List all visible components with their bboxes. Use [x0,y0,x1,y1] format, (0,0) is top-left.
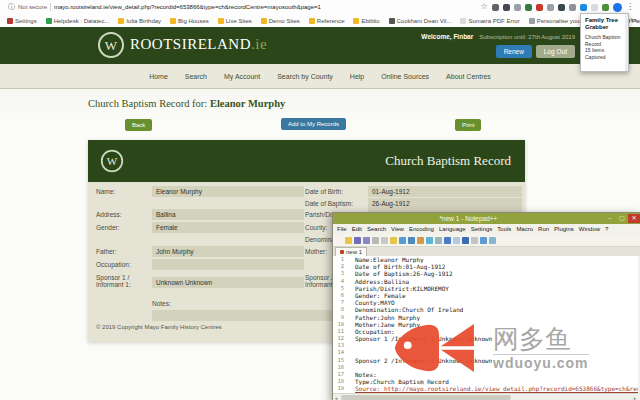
line-text: Date of Birth:01-Aug-1912 [355,263,445,270]
toolbar-icon[interactable] [471,237,478,244]
nav-item[interactable]: About Centres [446,73,491,80]
toolbar-icon[interactable] [381,237,388,244]
bookmark-icon [353,18,359,24]
toolbar-icon[interactable] [399,237,406,244]
address-field[interactable]: ⓘ Not secure mayo.rootsireland.ie/view_d… [8,2,481,12]
minimize-button[interactable]: – [604,214,616,223]
extension-icon[interactable] [569,4,576,11]
line-text: Source: http://mayo.rootsireland.ie/view… [355,385,638,392]
toolbar-icon[interactable] [363,237,370,244]
bookmark-item[interactable]: Ebiblio [353,18,379,24]
line-number: 2 [333,263,348,270]
record-card-header: W Church Baptism Record [88,140,525,182]
welcome-text: Welcome, Finbar [421,33,473,40]
toolbar-icon[interactable] [417,237,424,244]
rootsireland-logo[interactable]: W [97,31,125,59]
maximize-button[interactable]: ▢ [616,214,628,223]
toolbar-icon[interactable] [390,237,397,244]
browser-menu-icon[interactable]: ⋮ [626,3,634,11]
toolbar-icon[interactable] [435,237,442,244]
toolbar-icon[interactable] [453,237,460,244]
field-label-notes: Notes: [152,300,171,307]
menu-item[interactable]: Plugins [554,226,574,232]
extension-icon[interactable] [503,4,510,11]
svg-text:W: W [105,38,118,53]
line-text: Address:Ballina [355,278,409,285]
menu-item[interactable]: Macro [516,226,533,232]
toolbar-icon[interactable] [336,237,343,244]
back-button[interactable]: Back [125,119,152,131]
extension-icon[interactable] [536,4,543,11]
toolbar-icon[interactable] [372,237,379,244]
extension-icon[interactable] [580,4,587,11]
print-button[interactable]: Print [455,119,481,131]
toolbar-icon[interactable] [444,237,451,244]
extension-icon[interactable] [602,4,609,11]
extension-icon[interactable] [525,4,532,11]
menu-item[interactable]: Edit [352,226,362,232]
popup-scrollbar[interactable] [625,14,628,71]
toolbar-icon[interactable] [345,237,352,244]
extension-icon[interactable] [514,4,521,11]
bookmark-label: Demo Sites [269,18,300,24]
toolbar-icon[interactable] [462,237,469,244]
nav-item[interactable]: Home [149,73,168,80]
screen: ⓘ Not secure mayo.rootsireland.ie/view_d… [0,0,640,400]
not-secure-icon[interactable]: ⓘ [8,2,15,12]
menu-item[interactable]: View [391,226,404,232]
close-button[interactable]: ✕ [628,214,640,223]
popup-record-type[interactable]: Church Baptism Record [585,34,626,47]
bookmark-item[interactable]: Reference [309,18,345,24]
menu-item[interactable]: Search [367,226,386,232]
line-number: 5 [333,285,348,292]
scroll-left-arrow-icon[interactable]: ◂ [333,395,339,400]
renew-button[interactable]: Renew [496,45,532,58]
bookmark-item[interactable]: Demo Sites [261,18,300,24]
notepad-titlebar[interactable]: *new 1 - Notepad++ – ▢ ✕ [333,213,640,224]
menu-item[interactable]: Run [538,226,549,232]
menu-item[interactable]: Language [439,226,466,232]
field-label-address: Address: [96,211,122,218]
nav-item[interactable]: Help [350,73,364,80]
toolbar-icon[interactable] [354,237,361,244]
menu-item[interactable]: Tools [497,226,511,232]
bookmark-star-icon[interactable]: ☆ [481,3,488,11]
menu-item[interactable]: Settings [471,226,493,232]
scroll-right-arrow-icon[interactable]: ▸ [632,395,638,400]
extension-icon[interactable] [558,4,565,11]
profile-avatar[interactable] [613,3,622,12]
bookmark-item[interactable]: Cookham Dean Vil... [389,18,452,24]
nav-item[interactable]: Search [185,73,207,80]
menu-item[interactable]: Encoding [409,226,434,232]
toolbar-icon[interactable] [489,237,496,244]
bookmark-item[interactable]: Sumatra PDF Error [460,18,519,24]
menu-item[interactable]: ? [605,226,608,232]
line-text: Gender: Female [355,292,406,299]
logout-button[interactable]: Log Out [536,45,575,58]
bookmark-item[interactable]: Big Houses [170,18,209,24]
bookmark-item[interactable]: Settings [7,18,37,24]
add-to-my-records-button[interactable]: Add to My Records [281,118,346,130]
line-number: 17 [333,371,348,378]
nav-item[interactable]: Search by County [277,73,333,80]
bookmark-item[interactable]: Helpdesk : Datatec... [46,18,110,24]
horizontal-scrollbar[interactable]: ◂ ▸ [333,393,638,400]
toolbar-icon[interactable] [480,237,487,244]
bookmark-item[interactable]: Live Sites [218,18,252,24]
line-text: Occupation: [355,328,395,335]
svg-text:W: W [107,155,118,167]
bookmark-icon [7,18,13,24]
extension-icon[interactable] [547,4,554,11]
tab-new-1[interactable]: new 1 [335,247,367,256]
bookmark-item[interactable]: Iulia Birthday [118,18,161,24]
toolbar-icon[interactable] [408,237,415,244]
menu-item[interactable]: File [337,226,347,232]
extension-icon[interactable] [591,4,598,11]
nav-item[interactable]: My Account [224,73,260,80]
extension-icon[interactable] [492,4,499,11]
menu-item[interactable]: Window [579,226,600,232]
brand-title[interactable]: ROOTSIRELAND.ie [130,36,267,53]
nav-item[interactable]: Online Sources [381,73,429,80]
toolbar-icon[interactable] [426,237,433,244]
scrollbar-thumb[interactable] [341,395,511,400]
